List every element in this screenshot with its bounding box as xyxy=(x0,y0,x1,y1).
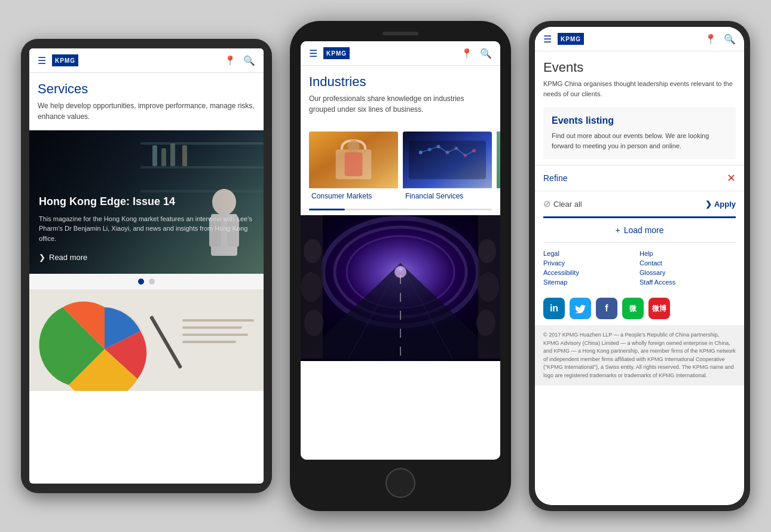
tunnel-image xyxy=(301,215,500,361)
phone-right-location-icon[interactable]: 📍 xyxy=(705,33,717,45)
tablet-header-right: 📍 🔍 xyxy=(224,55,255,66)
load-more-button[interactable]: + Load more xyxy=(543,216,736,243)
phone-center-screen: ☰ KPMG 📍 🔍 Industries Our professionals … xyxy=(301,41,500,460)
chevron-right-icon: ❯ xyxy=(705,200,712,209)
dot-1[interactable] xyxy=(138,279,144,285)
phone-center-search-icon[interactable]: 🔍 xyxy=(480,48,492,59)
tablet-header-left: ☰ KPMG xyxy=(38,54,78,66)
events-listing-desc: Find out more about our events below. We… xyxy=(552,131,727,151)
location-icon[interactable]: 📍 xyxy=(224,55,236,66)
dot-2[interactable] xyxy=(149,279,155,285)
clear-all-button[interactable]: ⊘ Clear all xyxy=(543,198,582,209)
tablet-page-title: Services xyxy=(29,73,264,100)
phone-center-kpmg-logo-text: KPMG xyxy=(326,50,347,57)
svg-point-50 xyxy=(476,310,495,336)
phone-right-frame: ☰ KPMG 📍 🔍 Events KPMG China organises t… xyxy=(529,21,750,511)
phone-center-page-title: Industries xyxy=(301,66,500,93)
hero-text-overlay: Hong Kong Edge: Issue 14 This magazine f… xyxy=(29,130,264,274)
linkedin-icon[interactable]: in xyxy=(543,298,565,319)
search-icon[interactable]: 🔍 xyxy=(243,55,255,66)
industry-card-consumer[interactable]: Consumer Markets xyxy=(309,132,398,203)
phone-right-kpmg-logo: KPMG xyxy=(558,33,584,45)
tablet-screen: ☰ KPMG 📍 🔍 Services We help develop oppo… xyxy=(29,48,264,484)
events-listing-box: Events listing Find out more about our e… xyxy=(543,107,736,159)
phone-home-button[interactable] xyxy=(386,468,415,498)
kpmg-logo-text: KPMG xyxy=(55,57,75,64)
consumer-markets-image xyxy=(309,132,398,188)
refine-bar: Refine ✕ xyxy=(535,165,744,191)
financial-services-label: Financial Services xyxy=(403,188,492,203)
industry-card-financial[interactable]: Financial Services xyxy=(403,132,492,203)
tablet-bottom-image xyxy=(29,289,264,391)
svg-rect-25 xyxy=(409,140,486,179)
phone-center-page-content: Industries Our professionals share knowl… xyxy=(301,66,500,460)
tunnel-svg xyxy=(301,215,500,359)
footer-link-legal[interactable]: Legal xyxy=(543,250,640,257)
phone-center-hamburger-icon[interactable]: ☰ xyxy=(309,48,317,59)
apply-button[interactable]: ❯ Apply xyxy=(705,200,736,209)
devices-container: ☰ KPMG 📍 🔍 Services We help develop oppo… xyxy=(9,9,762,523)
weibo-icon[interactable]: 微博 xyxy=(648,298,670,319)
phone-center-kpmg-logo: KPMG xyxy=(323,47,350,59)
industry-card-partial xyxy=(497,132,500,203)
footer-link-privacy[interactable]: Privacy xyxy=(543,259,640,267)
read-more-button[interactable]: ❯ Read more xyxy=(39,253,254,262)
phone-right-kpmg-logo-text: KPMG xyxy=(561,36,581,42)
phone-right-hamburger-icon[interactable]: ☰ xyxy=(543,33,552,45)
svg-point-48 xyxy=(478,239,496,263)
svg-point-42 xyxy=(394,266,406,278)
scroll-thumb xyxy=(309,209,345,210)
kpmg-logo: KPMG xyxy=(52,54,78,66)
phone-center-location-icon[interactable]: 📍 xyxy=(461,48,473,59)
copyright-text: © 2017 KPMG Huazhen LLP — a People's Rep… xyxy=(535,325,744,386)
tablet-page-content: Services We help develop opportunities, … xyxy=(29,73,264,484)
chevron-right-icon: ❯ xyxy=(39,253,45,262)
clear-all-label: Clear all xyxy=(553,200,582,209)
hero-desc: This magazine for the Hong Kong market f… xyxy=(39,214,254,244)
footer-col-1: Legal Privacy Accessibility Sitemap xyxy=(543,250,640,288)
svg-rect-19 xyxy=(182,341,236,343)
tablet-header: ☰ KPMG 📍 🔍 xyxy=(29,48,264,73)
footer-col-2: Help Contact Glossary Staff Access xyxy=(640,250,736,288)
tablet-page-subtitle: We help develop opportunities, improve p… xyxy=(29,100,264,130)
consumer-markets-label: Consumer Markets xyxy=(309,188,398,203)
events-listing-title: Events listing xyxy=(552,115,727,126)
wechat-icon[interactable]: 微 xyxy=(622,298,644,319)
phone-right-header: ☰ KPMG 📍 🔍 xyxy=(535,27,744,51)
phone-right-kpmg-logo-bar: KPMG xyxy=(558,33,584,45)
phone-right-header-left: ☰ KPMG xyxy=(543,33,584,45)
phone-speaker xyxy=(383,32,418,35)
read-more-label: Read more xyxy=(49,253,87,262)
load-more-label: Load more xyxy=(624,225,664,235)
scroll-indicator xyxy=(309,209,492,210)
svg-rect-16 xyxy=(182,319,254,322)
footer-link-accessibility[interactable]: Accessibility xyxy=(543,269,640,276)
phone-right-screen: ☰ KPMG 📍 🔍 Events KPMG China organises t… xyxy=(535,27,744,505)
footer-link-staff-access[interactable]: Staff Access xyxy=(640,279,736,286)
phone-center-header-left: ☰ KPMG xyxy=(309,47,350,59)
hamburger-icon[interactable]: ☰ xyxy=(38,55,46,66)
footer-link-sitemap[interactable]: Sitemap xyxy=(543,279,640,286)
clear-apply-bar: ⊘ Clear all ❯ Apply xyxy=(535,194,744,216)
phone-center-kpmg-logo-bar: KPMG xyxy=(323,47,350,59)
phone-center-page-subtitle: Our professionals share knowledge on ind… xyxy=(301,93,500,123)
social-icons-row: in f 微 微博 xyxy=(535,293,744,325)
svg-rect-23 xyxy=(345,152,363,176)
svg-point-45 xyxy=(304,239,322,263)
svg-rect-18 xyxy=(182,334,248,336)
plus-icon: + xyxy=(615,225,620,235)
footer-links: Legal Privacy Accessibility Sitemap Help… xyxy=(535,243,744,293)
phone-right-search-icon[interactable]: 🔍 xyxy=(724,33,736,45)
twitter-icon[interactable] xyxy=(570,298,591,319)
refine-label: Refine xyxy=(543,173,567,183)
footer-link-contact[interactable]: Contact xyxy=(640,259,736,267)
phone-center-header-right: 📍 🔍 xyxy=(461,48,492,59)
tablet-frame: ☰ KPMG 📍 🔍 Services We help develop oppo… xyxy=(21,39,272,493)
facebook-icon[interactable]: f xyxy=(596,298,617,319)
footer-link-glossary[interactable]: Glossary xyxy=(640,269,736,276)
apply-label: Apply xyxy=(714,200,736,209)
financial-services-svg xyxy=(403,132,492,188)
footer-link-help[interactable]: Help xyxy=(640,250,736,257)
phone-right-header-right: 📍 🔍 xyxy=(705,33,736,45)
close-refine-button[interactable]: ✕ xyxy=(727,172,736,185)
